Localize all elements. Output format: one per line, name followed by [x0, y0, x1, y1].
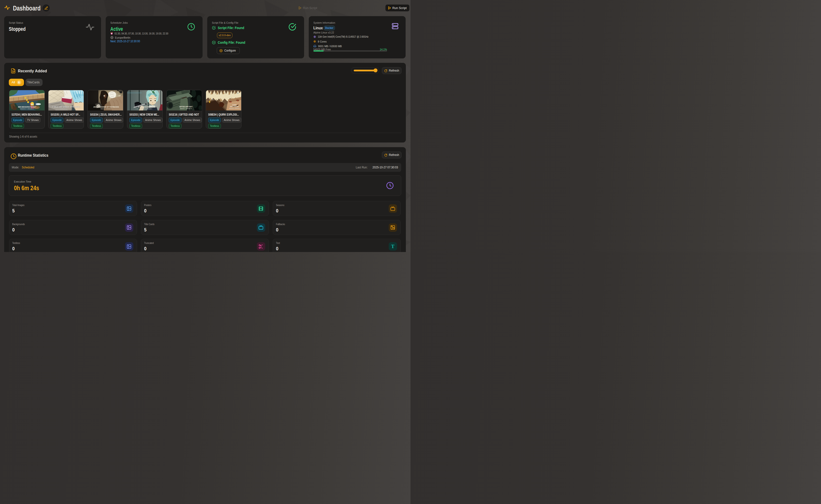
svg-text:SEASON 1 • EPISODE 4: SEASON 1 • EPISODE 4 — [100, 108, 112, 110]
svg-text:SEASON 1 • EPISODE 5: SEASON 1 • EPISODE 5 — [60, 108, 72, 110]
svg-text:A WILD HOT SPRING APPEARED!: A WILD HOT SPRING APPEARED! — [52, 106, 80, 108]
svg-text:ZEUS, SMASHER OF TEXTBOOKS: ZEUS, SMASHER OF TEXTBOOKS — [93, 106, 119, 108]
svg-text:NEW CREW MEMBERS: NEW CREW MEMBERS — [138, 106, 155, 108]
svg-text:SEASON 1 • EPISODE 16: SEASON 1 • EPISODE 16 — [180, 108, 192, 109]
svg-text:MEN BEHAVING MANLY: MEN BEHAVING MANLY — [18, 106, 36, 108]
svg-text:SEASON 8 • EPISODE 4: SEASON 8 • EPISODE 4 — [229, 108, 240, 109]
svg-text:QUIRK: QUIRK — [232, 104, 237, 106]
svg-text:SEASON 37 • EPISODE 4: SEASON 37 • EPISODE 4 — [20, 108, 33, 110]
svg-text:EXPLOSION!!: EXPLOSION!! — [230, 106, 239, 107]
svg-text:SEASON 1 • EPISODE 3: SEASON 1 • EPISODE 3 — [141, 108, 152, 110]
svg-text:GIFTED AND NOT: GIFTED AND NOT — [179, 106, 192, 108]
